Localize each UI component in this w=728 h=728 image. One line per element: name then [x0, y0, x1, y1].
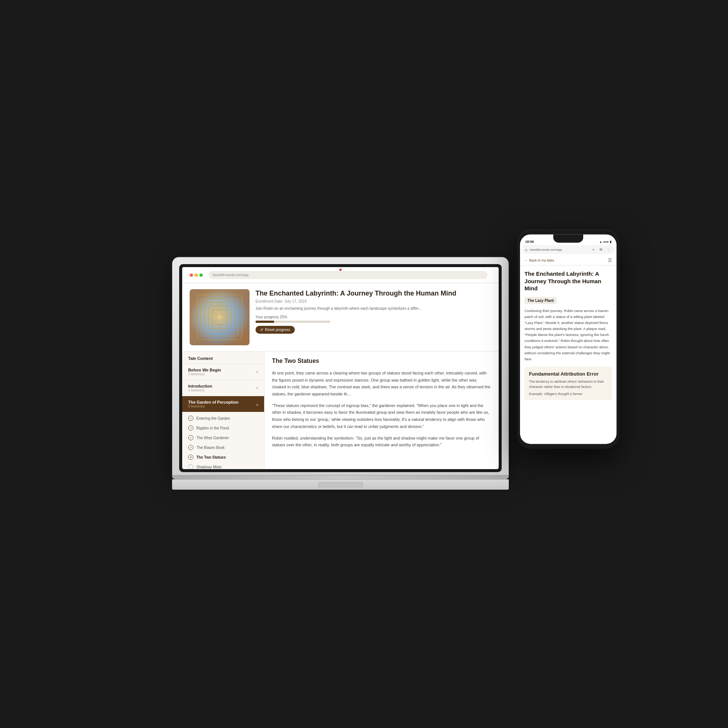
laptop-screen: heartfelt-words.com/app: [182, 267, 499, 469]
sidebar-item-shadowy[interactable]: Shadowy Mists: [182, 462, 264, 469]
tabs-button[interactable]: ⧉: [598, 246, 604, 252]
reset-progress-button[interactable]: ↺ Reset progress: [255, 326, 295, 334]
phone: 18:56 ▲ ●●● ▮ ⌂ heartfelt-words.com/app …: [518, 230, 619, 448]
course-title: The Enchanted Labyrinth: A Journey Throu…: [255, 289, 491, 298]
laptop-base: [172, 479, 509, 490]
main-area: Tale Content Before We Begin 3 lesson(s)…: [182, 352, 499, 469]
phone-bias-title: Fundamental Attribution Error: [529, 371, 607, 377]
sidebar-section-intro[interactable]: Introduction 1 lesson(s) ▾: [182, 380, 264, 396]
phone-nav-bar: ← Back to my tales ☰: [520, 255, 616, 266]
phone-bias-example: Example: Villagers thought a farmer: [529, 392, 607, 395]
scene: heartfelt-words.com/app: [0, 0, 728, 728]
sidebar: Tale Content Before We Begin 3 lesson(s)…: [182, 352, 265, 469]
screen-content: The Enchanted Labyrinth: A Journey Throu…: [182, 283, 499, 469]
progress-bar-container: [255, 321, 330, 323]
reset-icon: ↺: [260, 328, 263, 332]
sidebar-lesson-wise: The Wise Gardener: [196, 436, 229, 440]
phone-status-icons: ▲ ●●● ▮: [599, 240, 611, 243]
sidebar-item-statues[interactable]: ✓ The Two Statues: [182, 452, 264, 462]
sidebar-section-intro-title: Introduction: [188, 384, 212, 388]
check-icon-statues: ✓: [188, 454, 193, 460]
sidebar-item-entering[interactable]: ✓ Entering the Garden: [182, 413, 264, 423]
sidebar-section-intro-meta: 1 lesson(s): [188, 388, 212, 392]
course-description: Join Robin on an enchanting journey thro…: [255, 306, 491, 311]
check-icon-entering: ✓: [188, 416, 193, 421]
sidebar-section-before-meta: 3 lesson(s): [188, 372, 221, 376]
phone-body: 18:56 ▲ ●●● ▮ ⌂ heartfelt-words.com/app …: [518, 230, 619, 448]
sidebar-lesson-ripples: Ripples in the Pond: [196, 426, 229, 430]
sidebar-lesson-statues: The Two Statues: [196, 455, 226, 459]
sidebar-item-biases[interactable]: ✓ The Biases Book: [182, 442, 264, 452]
laptop-body: heartfelt-words.com/app: [172, 257, 509, 476]
chevron-down-icon: ▾: [256, 370, 258, 374]
phone-bias-description: The tendency to attribute others' behavi…: [529, 379, 607, 390]
progress-label: Your progress 25%: [255, 315, 491, 319]
course-image: [190, 289, 249, 345]
sidebar-section-garden-meta: 9 lesson(s): [188, 404, 238, 408]
chevron-down-icon-2: ▾: [256, 386, 258, 390]
phone-bias-card: Fundamental Attribution Error The tenden…: [525, 367, 612, 400]
content-paragraph-3: Robin nodded, understanding the symbolis…: [272, 434, 491, 448]
sidebar-section-garden-header[interactable]: The Garden of Perception 9 lesson(s) ▴: [182, 396, 264, 412]
content-lesson-title: The Two Statues: [272, 358, 491, 364]
browser-url: heartfelt-words.com/app: [213, 273, 249, 277]
phone-menu-button[interactable]: ⋮: [605, 246, 611, 252]
sidebar-section-before[interactable]: Before We Begin 3 lesson(s) ▾: [182, 364, 264, 380]
phone-browser-bar[interactable]: ⌂ heartfelt-words.com/app + ⧉ ⋮: [522, 245, 614, 254]
sidebar-items: ✓ Entering the Garden ✓: [182, 412, 264, 469]
sidebar-title: Tale Content: [182, 352, 264, 364]
laptop: heartfelt-words.com/app: [172, 257, 509, 490]
sidebar-section-before-title: Before We Begin: [188, 368, 221, 372]
sidebar-item-ripples[interactable]: ✓ Ripples in the Pond: [182, 423, 264, 433]
phone-content-text: Continuing their journey, Robin came acr…: [525, 307, 612, 362]
home-icon: ⌂: [525, 247, 528, 251]
sidebar-item-wise[interactable]: ✓ The Wise Gardener: [182, 433, 264, 442]
check-icon-shadowy: [188, 464, 193, 469]
dot-maximize[interactable]: [199, 273, 203, 277]
sidebar-lesson-entering: Entering the Garden: [196, 416, 230, 420]
sidebar-section-garden-title: The Garden of Perception: [188, 400, 238, 404]
progress-bar-fill: [255, 321, 274, 323]
phone-section-label: The Lazy Plant: [525, 297, 557, 304]
back-arrow-icon: ←: [525, 258, 528, 262]
hamburger-icon[interactable]: ☰: [608, 258, 612, 263]
laptop-screen-bezel: heartfelt-words.com/app: [179, 264, 502, 472]
phone-browser-url: heartfelt-words.com/app: [530, 248, 588, 251]
back-label: Back to my tales: [529, 258, 554, 262]
sidebar-section-before-header[interactable]: Before We Begin 3 lesson(s) ▾: [182, 364, 264, 380]
check-icon-ripples: ✓: [188, 425, 193, 431]
content-paragraph-2: "These statues represent the concept of …: [272, 402, 491, 430]
phone-notch: [553, 234, 583, 243]
browser-address-bar[interactable]: heartfelt-words.com/app: [209, 271, 488, 279]
chevron-up-icon: ▴: [256, 402, 258, 406]
dot-minimize[interactable]: [194, 273, 198, 277]
sidebar-section-intro-header[interactable]: Introduction 1 lesson(s) ▾: [182, 380, 264, 396]
wifi-icon: ▲: [599, 240, 602, 243]
back-to-tales-button[interactable]: ← Back to my tales: [525, 258, 554, 262]
course-header: The Enchanted Labyrinth: A Journey Throu…: [182, 283, 499, 352]
dot-close[interactable]: [190, 273, 193, 277]
phone-tale-title: The Enchanted Labyrinth: A Journey Throu…: [525, 270, 612, 292]
plus-button[interactable]: +: [590, 246, 596, 252]
sidebar-lesson-biases: The Biases Book: [196, 445, 225, 449]
phone-browser-actions: + ⧉ ⋮: [590, 246, 611, 252]
content-area: The Two Statues At one point, they came …: [265, 352, 499, 469]
course-info: The Enchanted Labyrinth: A Journey Throu…: [255, 289, 491, 345]
laptop-hinge: [172, 476, 509, 479]
signal-icon: ●●●: [603, 240, 609, 243]
phone-time: 18:56: [525, 240, 534, 243]
battery-icon: ▮: [610, 240, 611, 243]
sidebar-section-garden[interactable]: The Garden of Perception 9 lesson(s) ▴: [182, 396, 264, 469]
browser-dots: [190, 273, 203, 277]
content-paragraph-1: At one point, they came across a clearin…: [272, 370, 491, 398]
phone-content: The Enchanted Labyrinth: A Journey Throu…: [520, 266, 616, 444]
check-icon-biases: ✓: [188, 445, 193, 450]
laptop-camera: [339, 269, 341, 271]
phone-screen: 18:56 ▲ ●●● ▮ ⌂ heartfelt-words.com/app …: [520, 234, 616, 444]
sidebar-lesson-shadowy: Shadowy Mists: [196, 465, 222, 469]
course-enrollment: Enrollment Date: July 17, 2024: [255, 299, 491, 303]
check-icon-wise: ✓: [188, 435, 193, 440]
laptop-trackpad[interactable]: [318, 482, 363, 487]
